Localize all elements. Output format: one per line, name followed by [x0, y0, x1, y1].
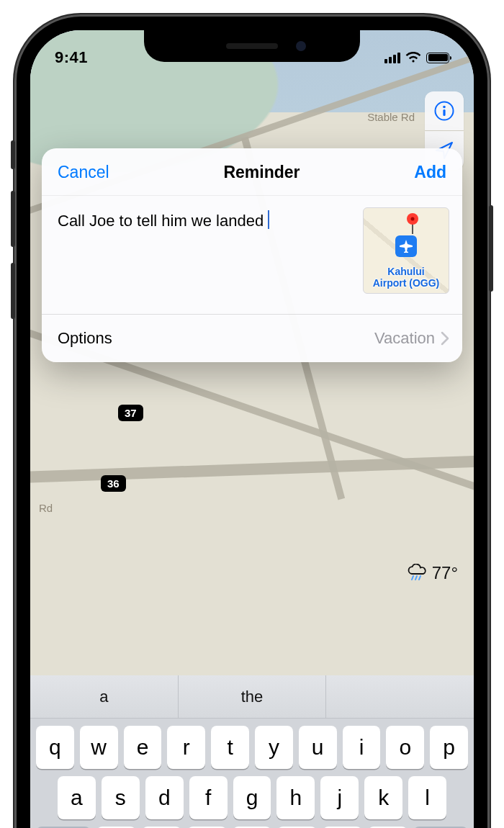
weather-rain-icon — [406, 564, 428, 582]
svg-point-1 — [443, 106, 446, 109]
key-row-2: a s d f g h j k l — [30, 769, 474, 819]
weather-temp: 77° — [432, 563, 458, 583]
road-label-2: Rd — [39, 502, 53, 514]
prediction-1[interactable]: a — [30, 675, 179, 718]
battery-icon — [426, 53, 449, 63]
options-value: Vacation — [374, 329, 435, 348]
key-s[interactable]: s — [102, 776, 140, 819]
key-e[interactable]: e — [124, 726, 162, 769]
key-a[interactable]: a — [58, 776, 96, 819]
cancel-button[interactable]: Cancel — [58, 163, 109, 182]
key-q[interactable]: q — [36, 726, 74, 769]
key-w[interactable]: w — [80, 726, 118, 769]
key-l[interactable]: l — [408, 776, 446, 819]
svg-point-8 — [411, 217, 415, 221]
key-r[interactable]: r — [167, 726, 205, 769]
chevron-right-icon — [441, 331, 449, 346]
key-g[interactable]: g — [233, 776, 271, 819]
prediction-2[interactable]: the — [179, 675, 327, 718]
svg-rect-2 — [443, 109, 445, 116]
key-h[interactable]: h — [276, 776, 315, 819]
key-d[interactable]: d — [145, 776, 184, 819]
key-y[interactable]: y — [255, 726, 293, 769]
popover-title: Reminder — [223, 163, 300, 182]
key-t[interactable]: t — [211, 726, 249, 769]
route-shield-36: 36 — [101, 475, 126, 492]
reminder-popover: Cancel Reminder Add Call Joe to tell him… — [42, 148, 462, 362]
volume-up-button[interactable] — [11, 191, 15, 247]
key-f[interactable]: f — [189, 776, 228, 819]
weather-widget[interactable]: 77° — [406, 563, 458, 583]
svg-line-4 — [415, 576, 417, 580]
reminder-text-value: Call Joe to tell him we landed — [58, 212, 264, 230]
volume-down-button[interactable] — [11, 263, 15, 319]
side-button[interactable] — [489, 205, 493, 292]
key-u[interactable]: u — [299, 726, 337, 769]
key-i[interactable]: i — [343, 726, 381, 769]
notch — [144, 30, 360, 62]
svg-line-5 — [419, 576, 420, 580]
key-j[interactable]: j — [320, 776, 359, 819]
key-p[interactable]: p — [430, 726, 468, 769]
options-label: Options — [58, 329, 112, 348]
key-row-1: q w e r t y u i o p — [30, 719, 474, 769]
key-k[interactable]: k — [364, 776, 402, 819]
route-shield-37: 37 — [118, 405, 143, 421]
device-frame: Stable Rd Rd 37 36 7 — [14, 14, 490, 828]
options-row[interactable]: Options Vacation — [42, 314, 462, 362]
cellular-signal-icon — [384, 53, 400, 63]
reminder-text-input[interactable]: Call Joe to tell him we landed — [58, 199, 353, 294]
prediction-3[interactable] — [326, 675, 474, 718]
road-label: Stable Rd — [367, 111, 415, 123]
prediction-bar: a the — [30, 675, 474, 719]
svg-line-3 — [412, 576, 413, 580]
location-thumbnail[interactable]: Kahului Airport (OGG) — [363, 207, 449, 294]
text-cursor — [268, 210, 269, 229]
keyboard: a the q w e r t y u i o p a s d f — [30, 675, 474, 828]
map-pin-icon — [405, 212, 420, 235]
mute-switch[interactable] — [11, 140, 15, 169]
wifi-icon — [405, 52, 421, 63]
key-o[interactable]: o — [386, 726, 424, 769]
clock: 9:41 — [55, 48, 88, 67]
info-icon — [433, 100, 455, 122]
key-row-3: z x c v b n m — [30, 819, 474, 828]
add-button[interactable]: Add — [414, 163, 446, 182]
map-info-button[interactable] — [425, 91, 464, 130]
airplane-icon — [399, 239, 413, 253]
location-name: Kahului Airport (OGG) — [364, 266, 449, 289]
